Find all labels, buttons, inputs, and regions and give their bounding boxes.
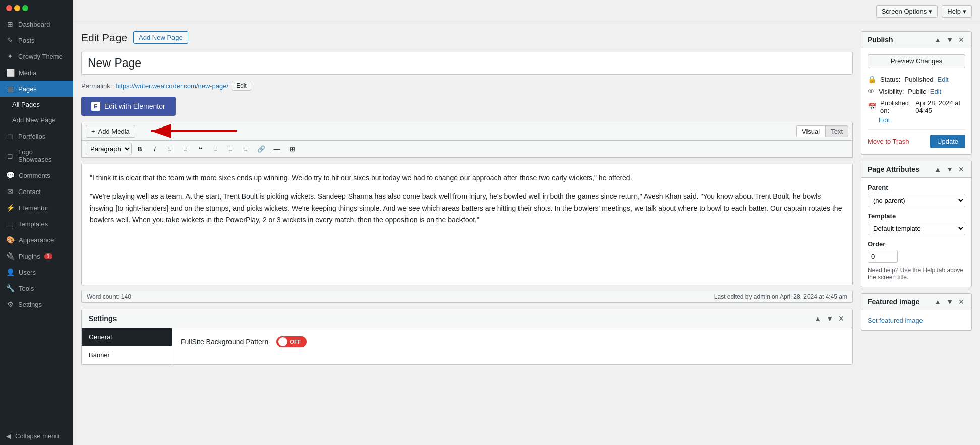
page-attrs-close[interactable]: ✕ [957, 165, 965, 173]
sidebar-item-templates[interactable]: ▤ Templates [0, 216, 73, 232]
align-right-button[interactable]: ≡ [239, 143, 253, 155]
sidebar-item-elementor[interactable]: ⚡ Elementor [0, 200, 73, 216]
sidebar-item-settings[interactable]: ⚙ Settings [0, 296, 73, 312]
format-select[interactable]: Paragraph [86, 143, 132, 155]
sidebar-item-logo-showcases[interactable]: ◻ Logo Showcases [0, 144, 73, 167]
posts-icon: ✎ [6, 36, 14, 44]
comments-icon: 💬 [6, 171, 15, 179]
sidebar-item-media[interactable]: ⬜ Media [0, 65, 73, 81]
sidebar-item-tools[interactable]: 🔧 Tools [0, 280, 73, 296]
publish-collapse-up[interactable]: ▲ [933, 36, 942, 44]
sidebar-item-dashboard[interactable]: ⊞ Dashboard [0, 16, 73, 32]
sidebar-item-plugins[interactable]: 🔌 Plugins 1 [0, 248, 73, 264]
help-label: Help [947, 8, 961, 15]
page-attrs-collapse-up[interactable]: ▲ [933, 165, 942, 173]
settings-bg-pattern-row: FullSite Background Pattern OFF [181, 336, 844, 347]
help-button[interactable]: Help ▾ [942, 5, 972, 18]
screen-options-button[interactable]: Screen Options ▾ [876, 5, 938, 18]
tab-visual[interactable]: Visual [796, 125, 825, 137]
close-dot[interactable] [6, 5, 12, 11]
sidebar-item-add-new-page[interactable]: Add New Page [0, 112, 73, 128]
publish-panel: Publish ▲ ▼ ✕ Preview Changes 🔒 Status: … [861, 31, 972, 155]
order-input[interactable] [868, 250, 898, 263]
publish-panel-controls: ▲ ▼ ✕ [933, 36, 965, 44]
featured-image-content: Set featured image [861, 310, 971, 330]
page-attributes-panel: Page Attributes ▲ ▼ ✕ Parent (no parent)… [861, 161, 972, 287]
settings-tab-banner[interactable]: Banner [82, 346, 172, 364]
ordered-list-button[interactable]: ≡ [178, 143, 192, 155]
update-button[interactable]: Update [930, 135, 965, 148]
status-value: Published [904, 76, 933, 83]
editor-area: Edit Page Add New Page Permalink: https:… [81, 31, 853, 437]
settings-tab-general[interactable]: General [82, 328, 172, 346]
publish-close[interactable]: ✕ [957, 36, 965, 44]
published-on-edit-link[interactable]: Edit [879, 116, 890, 124]
theme-icon: ✦ [6, 52, 14, 60]
sidebar-item-pages[interactable]: ▤ Pages [0, 81, 73, 97]
page-title-input[interactable] [81, 52, 853, 75]
publish-collapse-down[interactable]: ▼ [945, 36, 954, 44]
permalink-link[interactable]: https://writer.wealcoder.com/new-page/ [115, 82, 228, 90]
sidebar-item-label: Contact [18, 188, 41, 196]
template-select[interactable]: Default template [868, 222, 965, 235]
sidebar-item-comments[interactable]: 💬 Comments [0, 167, 73, 183]
featured-img-collapse-up[interactable]: ▲ [933, 298, 942, 306]
minimize-dot[interactable] [14, 5, 20, 11]
featured-img-close[interactable]: ✕ [957, 298, 965, 306]
sidebar-item-posts[interactable]: ✎ Posts [0, 32, 73, 48]
italic-button[interactable]: I [148, 143, 162, 155]
settings-collapse-down-button[interactable]: ▼ [825, 314, 834, 323]
add-media-button[interactable]: + Add Media [86, 125, 135, 138]
sidebar-item-users[interactable]: 👤 Users [0, 264, 73, 280]
page-attributes-title: Page Attributes [868, 165, 919, 173]
sidebar-item-label: Templates [18, 220, 48, 228]
sidebar: ⊞ Dashboard ✎ Posts ✦ Crowdy Theme ⬜ Med… [0, 0, 73, 445]
edit-with-elementor-button[interactable]: E Edit with Elementor [81, 97, 176, 116]
bg-pattern-toggle[interactable]: OFF [276, 336, 307, 347]
sidebar-item-all-pages[interactable]: All Pages [0, 97, 73, 112]
settings-collapse-up-button[interactable]: ▲ [813, 314, 822, 323]
sidebar-item-label: Pages [18, 85, 37, 93]
visibility-edit-link[interactable]: Edit [930, 88, 941, 95]
unordered-list-button[interactable]: ≡ [163, 143, 177, 155]
screen-options-chevron-icon: ▾ [929, 8, 932, 15]
page-header: Edit Page Add New Page [81, 31, 853, 44]
featured-image-header: Featured image ▲ ▼ ✕ [861, 294, 971, 310]
set-featured-image-link[interactable]: Set featured image [868, 316, 923, 324]
page-attrs-collapse-down[interactable]: ▼ [945, 165, 954, 173]
collapse-menu-button[interactable]: ◀ Collapse menu [0, 427, 73, 445]
horizontal-rule-button[interactable]: — [270, 143, 284, 155]
settings-section: Settings ▲ ▼ ✕ General Banner [81, 309, 853, 365]
link-button[interactable]: 🔗 [254, 143, 269, 155]
sidebar-item-portfolios[interactable]: ◻ Portfolios [0, 128, 73, 144]
align-left-button[interactable]: ≡ [208, 143, 222, 155]
help-chevron-icon: ▾ [963, 8, 966, 15]
visibility-row: 👁 Visibility: Public Edit [868, 85, 965, 97]
add-media-label: Add Media [98, 128, 130, 135]
table-button[interactable]: ⊞ [285, 143, 299, 155]
tab-text[interactable]: Text [825, 125, 848, 137]
text-editor-content[interactable]: "I think it is clear that the team with … [81, 164, 853, 285]
toggle-knob [278, 337, 287, 346]
status-edit-link[interactable]: Edit [938, 76, 949, 83]
sidebar-item-contact[interactable]: ✉ Contact [0, 183, 73, 200]
preview-changes-button[interactable]: Preview Changes [868, 54, 965, 68]
sidebar-item-label: Settings [18, 301, 42, 308]
maximize-dot[interactable] [22, 5, 28, 11]
blockquote-button[interactable]: ❝ [193, 143, 207, 155]
word-count-label: Word count: 140 [87, 293, 131, 300]
move-to-trash-link[interactable]: Move to Trash [868, 138, 909, 145]
edit-permalink-button[interactable]: Edit [232, 81, 251, 91]
align-center-button[interactable]: ≡ [223, 143, 238, 155]
bold-button[interactable]: B [133, 143, 147, 155]
page-attributes-header: Page Attributes ▲ ▼ ✕ [861, 161, 971, 178]
add-new-page-button[interactable]: Add New Page [133, 31, 188, 44]
sidebar-item-crowdy-theme[interactable]: ✦ Crowdy Theme [0, 48, 73, 65]
featured-image-controls: ▲ ▼ ✕ [933, 298, 965, 306]
parent-select[interactable]: (no parent) [868, 194, 965, 207]
sidebar-item-appearance[interactable]: 🎨 Appearance [0, 232, 73, 248]
settings-close-button[interactable]: ✕ [837, 314, 845, 323]
collapse-icon: ◀ [6, 432, 11, 440]
elementor-icon: ⚡ [6, 204, 15, 212]
featured-img-collapse-down[interactable]: ▼ [945, 298, 954, 306]
